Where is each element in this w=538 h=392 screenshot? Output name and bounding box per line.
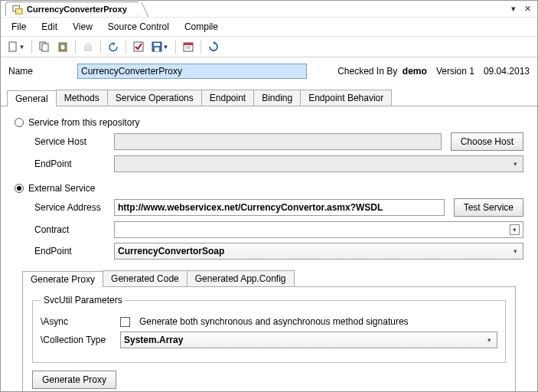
tab-methods[interactable]: Methods	[56, 90, 108, 106]
svcutil-legend: SvcUtil Parameters	[41, 295, 126, 305]
collection-combo[interactable]: System.Array▾	[120, 332, 497, 348]
refresh-button[interactable]	[206, 39, 221, 54]
service-host-row: Service Host Choose Host	[34, 132, 523, 151]
proxy-subtabs: Generate Proxy Generated Code Generated …	[22, 270, 523, 286]
svg-rect-11	[155, 47, 159, 51]
check-button[interactable]	[131, 39, 146, 54]
ext-endpoint-combo[interactable]: CurrencyConvertorSoap▾	[114, 243, 523, 260]
service-host-input	[114, 133, 442, 150]
separator	[201, 40, 201, 54]
separator	[175, 40, 176, 54]
subtab-generated-config[interactable]: Generated App.Config	[187, 270, 295, 286]
tab-general[interactable]: General	[7, 90, 57, 106]
general-panel: Service from this repository Service Hos…	[1, 106, 537, 392]
document-tab[interactable]: CurrencyConverterProxy	[5, 2, 139, 16]
new-button[interactable]: ▼	[5, 39, 27, 54]
async-checkbox-label: Generate both synchronous and asynchrono…	[139, 316, 409, 327]
menu-edit[interactable]: Edit	[35, 20, 64, 34]
svg-rect-10	[154, 43, 160, 46]
async-label: \Async	[41, 316, 116, 327]
copy-button[interactable]	[37, 39, 52, 54]
service-address-input[interactable]	[114, 199, 445, 216]
toolbar: ▼ ▼	[1, 37, 537, 57]
external-service-radio[interactable]	[15, 184, 24, 193]
lock-button[interactable]	[80, 39, 96, 54]
menubar: File Edit View Source Control Compile	[1, 18, 537, 37]
repo-endpoint-row: EndPoint ▾	[34, 155, 523, 172]
tab-service-operations[interactable]: Service Operations	[107, 90, 202, 106]
window-menu-icon[interactable]: ▾	[508, 4, 519, 15]
contract-row: Contract ▾	[34, 221, 523, 238]
subtab-generate-proxy[interactable]: Generate Proxy	[22, 271, 103, 287]
external-service-radio-row: External Service	[15, 183, 523, 194]
ext-endpoint-label: EndPoint	[34, 246, 109, 256]
collection-row: \Collection Type System.Array▾	[41, 332, 497, 348]
separator	[126, 40, 126, 54]
menu-source-control[interactable]: Source Control	[102, 20, 175, 34]
svcutil-fieldset: SvcUtil Parameters \Async Generate both …	[32, 295, 506, 363]
service-address-row: Service Address Test Service	[34, 198, 523, 217]
titlebar: CurrencyConverterProxy ▾ ✕	[1, 1, 537, 18]
svg-rect-1	[15, 8, 22, 14]
generate-proxy-button[interactable]: Generate Proxy	[32, 371, 116, 389]
async-checkbox[interactable]	[120, 317, 130, 327]
repo-service-radio-row: Service from this repository	[15, 117, 523, 128]
contract-label: Contract	[34, 224, 109, 235]
ext-endpoint-row: EndPoint CurrencyConvertorSoap▾	[34, 243, 523, 260]
save-button[interactable]: ▼	[149, 39, 171, 54]
undo-button[interactable]	[106, 39, 121, 54]
tab-endpoint-behavior[interactable]: Endpoint Behavior	[300, 90, 392, 106]
main-tabstrip: General Methods Service Operations Endpo…	[1, 85, 537, 106]
tab-endpoint[interactable]: Endpoint	[201, 90, 254, 106]
test-service-button[interactable]: Test Service	[454, 198, 523, 217]
separator	[31, 40, 32, 54]
service-address-label: Service Address	[34, 202, 109, 213]
close-icon[interactable]: ✕	[522, 4, 533, 15]
repo-endpoint-combo: ▾	[114, 155, 523, 172]
menu-compile[interactable]: Compile	[178, 20, 224, 34]
repo-service-radio[interactable]	[15, 118, 24, 127]
calendar-button[interactable]	[181, 39, 196, 54]
meta-info: Checked In By demo Version 1 09.04.2013	[337, 66, 530, 77]
collection-label: \Collection Type	[41, 335, 116, 345]
repo-service-label: Service from this repository	[28, 117, 139, 128]
external-service-label: External Service	[28, 183, 95, 194]
svg-rect-13	[184, 43, 193, 45]
repo-endpoint-label: EndPoint	[34, 158, 109, 169]
choose-host-button[interactable]: Choose Host	[451, 132, 523, 151]
svg-rect-2	[9, 42, 16, 51]
tab-binding[interactable]: Binding	[253, 90, 301, 106]
contract-combo[interactable]: ▾	[114, 221, 523, 238]
name-label: Name	[8, 66, 70, 77]
proxy-icon	[12, 4, 23, 15]
svg-rect-6	[60, 44, 65, 50]
menu-view[interactable]: View	[67, 20, 99, 34]
svg-rect-7	[85, 46, 91, 51]
service-host-label: Service Host	[34, 136, 109, 147]
separator	[100, 40, 101, 54]
svg-rect-4	[42, 44, 48, 51]
menu-file[interactable]: File	[5, 20, 32, 34]
separator	[75, 40, 76, 54]
generate-proxy-panel: SvcUtil Parameters \Async Generate both …	[22, 286, 516, 392]
async-row: \Async Generate both synchronous and asy…	[41, 316, 497, 327]
subtab-generated-code[interactable]: Generated Code	[103, 270, 187, 286]
paste-button[interactable]	[55, 39, 70, 54]
name-input[interactable]	[77, 64, 307, 79]
name-bar: Name Checked In By demo Version 1 09.04.…	[1, 57, 537, 85]
document-title: CurrencyConverterProxy	[27, 5, 127, 14]
